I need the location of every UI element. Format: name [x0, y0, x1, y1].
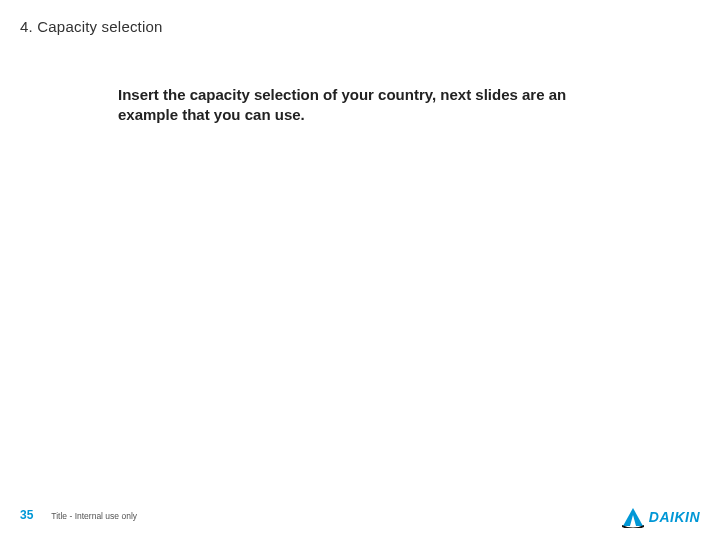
slide: 4. Capacity selection Insert the capacit…: [0, 0, 720, 540]
brand-logo: DAIKIN: [621, 506, 700, 528]
brand-wordmark: DAIKIN: [649, 509, 700, 525]
body-instruction: Insert the capacity selection of your co…: [118, 85, 628, 126]
footer: 35 Title - Internal use only: [20, 508, 137, 522]
section-heading: 4. Capacity selection: [20, 18, 163, 35]
page-number: 35: [20, 508, 33, 522]
daikin-mark-icon: [621, 506, 645, 528]
footer-note: Title - Internal use only: [51, 511, 137, 521]
